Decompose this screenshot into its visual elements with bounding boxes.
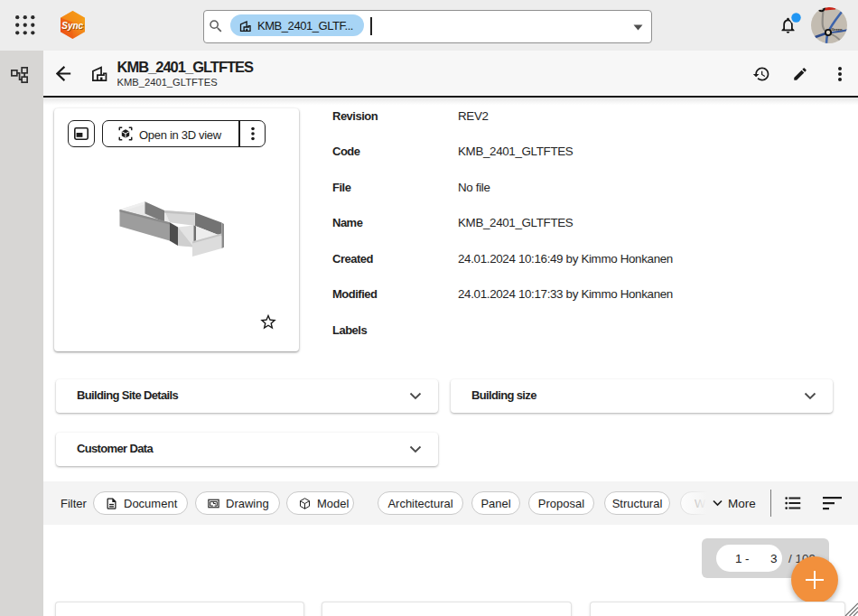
svg-text:Sync: Sync [61,21,83,31]
svg-text:Green: Green [832,27,844,32]
